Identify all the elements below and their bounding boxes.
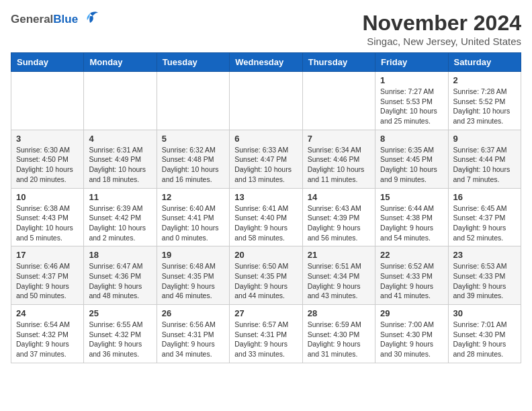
cell-info: Sunrise: 6:51 AM Sunset: 4:34 PM Dayligh… [308, 261, 370, 301]
calendar-cell [84, 72, 157, 130]
logo-bird-icon [81, 11, 99, 28]
calendar-cell: 20Sunrise: 6:50 AM Sunset: 4:35 PM Dayli… [230, 246, 302, 305]
weekday-header: Friday [375, 53, 448, 72]
day-number: 4 [89, 134, 151, 144]
calendar-cell: 13Sunrise: 6:41 AM Sunset: 4:40 PM Dayli… [230, 188, 302, 246]
weekday-header: Tuesday [157, 53, 229, 72]
calendar-cell: 12Sunrise: 6:40 AM Sunset: 4:41 PM Dayli… [157, 188, 229, 246]
day-number: 13 [234, 192, 297, 202]
day-number: 29 [380, 308, 443, 318]
day-number: 21 [308, 250, 370, 260]
cell-info: Sunrise: 6:30 AM Sunset: 4:50 PM Dayligh… [16, 145, 79, 185]
cell-info: Sunrise: 6:31 AM Sunset: 4:49 PM Dayligh… [89, 145, 151, 185]
logo: GeneralBlue [11, 11, 99, 28]
location-title: Singac, New Jersey, United States [362, 36, 521, 47]
day-number: 7 [308, 134, 370, 144]
day-number: 10 [16, 192, 79, 202]
calendar-cell: 3Sunrise: 6:30 AM Sunset: 4:50 PM Daylig… [11, 130, 84, 188]
day-number: 23 [453, 250, 516, 260]
day-number: 28 [308, 308, 370, 318]
cell-info: Sunrise: 6:45 AM Sunset: 4:37 PM Dayligh… [453, 203, 516, 243]
cell-info: Sunrise: 6:32 AM Sunset: 4:48 PM Dayligh… [162, 145, 224, 185]
cell-info: Sunrise: 6:52 AM Sunset: 4:33 PM Dayligh… [380, 261, 443, 301]
calendar-cell: 17Sunrise: 6:46 AM Sunset: 4:37 PM Dayli… [11, 246, 84, 305]
calendar-cell: 16Sunrise: 6:45 AM Sunset: 4:37 PM Dayli… [448, 188, 521, 246]
day-number: 11 [89, 192, 151, 202]
cell-info: Sunrise: 6:48 AM Sunset: 4:35 PM Dayligh… [162, 261, 224, 301]
cell-info: Sunrise: 6:37 AM Sunset: 4:44 PM Dayligh… [453, 145, 516, 185]
day-number: 14 [308, 192, 370, 202]
calendar-cell: 26Sunrise: 6:56 AM Sunset: 4:31 PM Dayli… [157, 305, 229, 363]
calendar-cell: 30Sunrise: 7:01 AM Sunset: 4:30 PM Dayli… [448, 305, 521, 363]
calendar-cell [157, 72, 229, 130]
calendar-week-row: 10Sunrise: 6:38 AM Sunset: 4:43 PM Dayli… [11, 188, 521, 246]
weekday-header: Saturday [448, 53, 521, 72]
cell-info: Sunrise: 6:44 AM Sunset: 4:38 PM Dayligh… [380, 203, 443, 243]
day-number: 26 [162, 308, 224, 318]
day-number: 30 [453, 308, 516, 318]
day-number: 27 [234, 308, 297, 318]
calendar-cell: 18Sunrise: 6:47 AM Sunset: 4:36 PM Dayli… [84, 246, 157, 305]
cell-info: Sunrise: 6:53 AM Sunset: 4:33 PM Dayligh… [453, 261, 516, 301]
calendar-cell: 19Sunrise: 6:48 AM Sunset: 4:35 PM Dayli… [157, 246, 229, 305]
day-number: 12 [162, 192, 224, 202]
month-title: November 2024 [362, 11, 521, 36]
day-number: 8 [380, 134, 443, 144]
cell-info: Sunrise: 6:38 AM Sunset: 4:43 PM Dayligh… [16, 203, 79, 243]
day-number: 3 [16, 134, 79, 144]
calendar-week-row: 3Sunrise: 6:30 AM Sunset: 4:50 PM Daylig… [11, 130, 521, 188]
cell-info: Sunrise: 6:54 AM Sunset: 4:32 PM Dayligh… [16, 320, 79, 359]
day-number: 19 [162, 250, 224, 260]
day-number: 6 [234, 134, 297, 144]
calendar-cell: 9Sunrise: 6:37 AM Sunset: 4:44 PM Daylig… [448, 130, 521, 188]
calendar-cell: 10Sunrise: 6:38 AM Sunset: 4:43 PM Dayli… [11, 188, 84, 246]
weekday-header-row: SundayMondayTuesdayWednesdayThursdayFrid… [11, 53, 521, 72]
calendar-cell: 27Sunrise: 6:57 AM Sunset: 4:31 PM Dayli… [230, 305, 302, 363]
cell-info: Sunrise: 6:35 AM Sunset: 4:45 PM Dayligh… [380, 145, 443, 185]
calendar-cell: 8Sunrise: 6:35 AM Sunset: 4:45 PM Daylig… [375, 130, 448, 188]
calendar-cell [11, 72, 84, 130]
calendar-cell: 28Sunrise: 6:59 AM Sunset: 4:30 PM Dayli… [302, 305, 375, 363]
calendar-cell: 21Sunrise: 6:51 AM Sunset: 4:34 PM Dayli… [302, 246, 375, 305]
cell-info: Sunrise: 6:41 AM Sunset: 4:40 PM Dayligh… [234, 203, 297, 243]
calendar-cell: 2Sunrise: 7:28 AM Sunset: 5:52 PM Daylig… [448, 72, 521, 130]
weekday-header: Wednesday [230, 53, 302, 72]
calendar-week-row: 24Sunrise: 6:54 AM Sunset: 4:32 PM Dayli… [11, 305, 521, 363]
cell-info: Sunrise: 6:50 AM Sunset: 4:35 PM Dayligh… [234, 261, 297, 301]
day-number: 25 [89, 308, 151, 318]
day-number: 18 [89, 250, 151, 260]
calendar-cell: 11Sunrise: 6:39 AM Sunset: 4:42 PM Dayli… [84, 188, 157, 246]
page-header: GeneralBlue November 2024 Singac, New Je… [11, 11, 521, 47]
cell-info: Sunrise: 6:40 AM Sunset: 4:41 PM Dayligh… [162, 203, 224, 243]
calendar-cell: 1Sunrise: 7:27 AM Sunset: 5:53 PM Daylig… [375, 72, 448, 130]
calendar-cell: 4Sunrise: 6:31 AM Sunset: 4:49 PM Daylig… [84, 130, 157, 188]
day-number: 9 [453, 134, 516, 144]
cell-info: Sunrise: 6:33 AM Sunset: 4:47 PM Dayligh… [234, 145, 297, 185]
cell-info: Sunrise: 6:57 AM Sunset: 4:31 PM Dayligh… [234, 320, 297, 359]
cell-info: Sunrise: 6:43 AM Sunset: 4:39 PM Dayligh… [308, 203, 370, 243]
calendar-cell: 14Sunrise: 6:43 AM Sunset: 4:39 PM Dayli… [302, 188, 375, 246]
calendar-cell: 23Sunrise: 6:53 AM Sunset: 4:33 PM Dayli… [448, 246, 521, 305]
weekday-header: Sunday [11, 53, 84, 72]
calendar-cell [230, 72, 302, 130]
day-number: 17 [16, 250, 79, 260]
day-number: 1 [380, 75, 443, 85]
calendar-cell [302, 72, 375, 130]
logo-text: GeneralBlue [11, 13, 78, 26]
cell-info: Sunrise: 7:28 AM Sunset: 5:52 PM Dayligh… [453, 87, 516, 126]
cell-info: Sunrise: 6:39 AM Sunset: 4:42 PM Dayligh… [89, 203, 151, 243]
calendar-cell: 24Sunrise: 6:54 AM Sunset: 4:32 PM Dayli… [11, 305, 84, 363]
weekday-header: Thursday [302, 53, 375, 72]
day-number: 22 [380, 250, 443, 260]
cell-info: Sunrise: 7:01 AM Sunset: 4:30 PM Dayligh… [453, 320, 516, 359]
calendar-cell: 6Sunrise: 6:33 AM Sunset: 4:47 PM Daylig… [230, 130, 302, 188]
calendar-week-row: 1Sunrise: 7:27 AM Sunset: 5:53 PM Daylig… [11, 72, 521, 130]
calendar-week-row: 17Sunrise: 6:46 AM Sunset: 4:37 PM Dayli… [11, 246, 521, 305]
cell-info: Sunrise: 6:55 AM Sunset: 4:32 PM Dayligh… [89, 320, 151, 359]
day-number: 20 [234, 250, 297, 260]
cell-info: Sunrise: 6:56 AM Sunset: 4:31 PM Dayligh… [162, 320, 224, 359]
cell-info: Sunrise: 7:27 AM Sunset: 5:53 PM Dayligh… [380, 87, 443, 126]
calendar-cell: 5Sunrise: 6:32 AM Sunset: 4:48 PM Daylig… [157, 130, 229, 188]
cell-info: Sunrise: 7:00 AM Sunset: 4:30 PM Dayligh… [380, 320, 443, 359]
cell-info: Sunrise: 6:59 AM Sunset: 4:30 PM Dayligh… [308, 320, 370, 359]
